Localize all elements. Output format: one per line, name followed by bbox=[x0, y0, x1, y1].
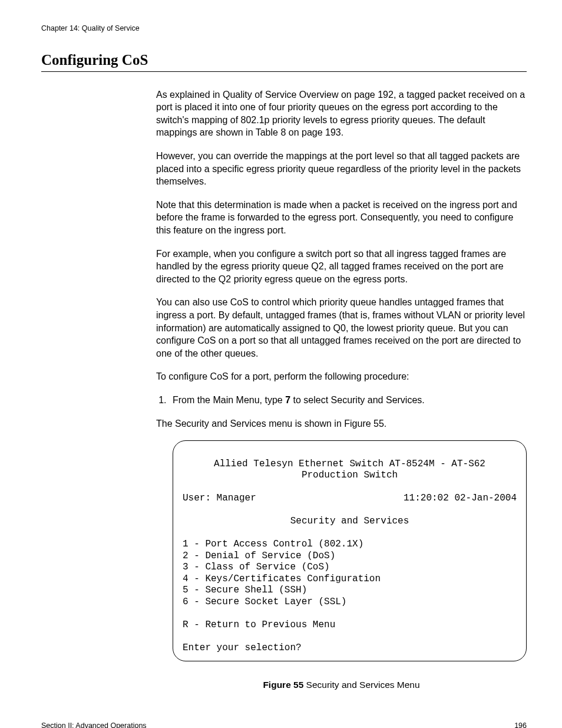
figure-caption: Figure 55 Security and Services Menu bbox=[156, 679, 527, 691]
terminal-screen: Allied Telesyn Ethernet Switch AT-8524M … bbox=[173, 440, 527, 661]
terminal-menu-title: Security and Services bbox=[183, 516, 517, 528]
chapter-header: Chapter 14: Quality of Service bbox=[41, 24, 527, 34]
menu-item-3: 3 - Class of Service (CoS) bbox=[183, 562, 330, 572]
step-1-prefix: From the Main Menu, type bbox=[173, 395, 285, 405]
step-1: From the Main Menu, type 7 to select Sec… bbox=[169, 394, 527, 407]
terminal-timestamp: 11:20:02 02-Jan-2004 bbox=[404, 493, 517, 505]
footer-page-number: 196 bbox=[514, 721, 527, 728]
menu-item-2: 2 - Denial of Service (DoS) bbox=[183, 551, 335, 561]
figure-number: Figure 55 bbox=[263, 680, 303, 690]
paragraph-3: Note that this determination is made whe… bbox=[156, 199, 527, 237]
menu-item-1: 1 - Port Access Control (802.1X) bbox=[183, 539, 363, 549]
menu-item-5: 5 - Secure Shell (SSH) bbox=[183, 585, 307, 595]
terminal-user: User: Manager bbox=[183, 493, 256, 505]
paragraph-4: For example, when you configure a switch… bbox=[156, 248, 527, 286]
terminal-title-line-2: Production Switch bbox=[183, 470, 517, 482]
body-column: As explained in Quality of Service Overv… bbox=[156, 88, 527, 692]
paragraph-1: As explained in Quality of Service Overv… bbox=[156, 88, 527, 139]
section-title: Configuring CoS bbox=[41, 50, 527, 72]
step-1-result: The Security and Services menu is shown … bbox=[156, 417, 527, 430]
step-1-key: 7 bbox=[285, 395, 290, 405]
paragraph-2: However, you can override the mappings a… bbox=[156, 150, 527, 188]
paragraph-5: You can also use CoS to control which pr… bbox=[156, 296, 527, 360]
menu-item-6: 6 - Secure Socket Layer (SSL) bbox=[183, 597, 346, 607]
menu-item-4: 4 - Keys/Certificates Configuration bbox=[183, 574, 381, 584]
figure-caption-text: Security and Services Menu bbox=[303, 680, 419, 690]
step-1-suffix: to select Security and Services. bbox=[290, 395, 425, 405]
menu-return: R - Return to Previous Menu bbox=[183, 620, 335, 630]
terminal-title-line-1: Allied Telesyn Ethernet Switch AT-8524M … bbox=[183, 459, 517, 470]
page-footer: Section II: Advanced Operations 196 bbox=[41, 721, 527, 728]
procedure-list: From the Main Menu, type 7 to select Sec… bbox=[156, 394, 527, 407]
menu-prompt: Enter your selection? bbox=[183, 643, 302, 653]
footer-section: Section II: Advanced Operations bbox=[41, 721, 147, 728]
paragraph-6: To configure CoS for a port, perform the… bbox=[156, 370, 527, 383]
